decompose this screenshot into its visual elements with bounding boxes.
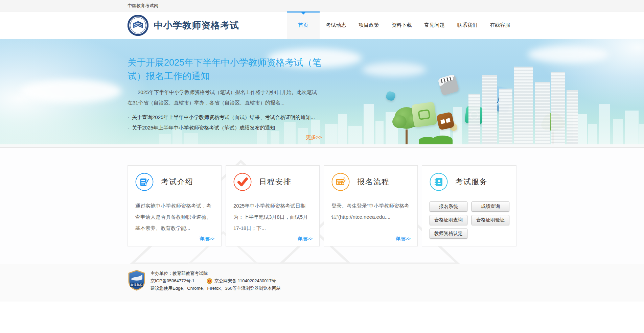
site-logo-icon[interactable] — [128, 15, 148, 36]
register-system-button[interactable]: 报名系统 — [430, 201, 467, 212]
banner-notice-title[interactable]: 关于开展2025年下半年中小学教师资格考试（笔试）报名工作的通知 — [128, 56, 322, 83]
cloud-shape — [20, 79, 122, 103]
banner-content: 关于开展2025年下半年中小学教师资格考试（笔试）报名工作的通知 2025年下半… — [128, 39, 322, 141]
banner-ground — [0, 144, 644, 147]
contact-book-icon — [430, 173, 448, 191]
nav-item-faq[interactable]: 常见问题 — [418, 11, 451, 39]
teacher-certification-button[interactable]: 教师资格认定 — [430, 229, 467, 239]
skyline-building — [625, 111, 639, 144]
detail-link[interactable]: 详细>> — [396, 236, 411, 242]
hero-banner: ♪ 关于开展2025年下半年中小学教师资格考试（笔试）报名工作的通知 2025年… — [0, 39, 644, 148]
police-badge-icon — [207, 278, 212, 284]
skyline-building — [588, 124, 597, 144]
banner-notice-summary: 2025年下半年中小学教师资格考试（笔试）报名工作将于7月4日开始。此次笔试在3… — [128, 87, 322, 108]
card-body-text: 2025年中小学教师资格考试日期为：上半年笔试3月8日，面试5月17-18日；下… — [233, 200, 312, 234]
city-building — [514, 67, 533, 144]
skyline-building — [364, 104, 374, 144]
city-building — [551, 72, 565, 144]
card-body-text: 通过实施中小学教师资格考试，考查申请人是否具备教师职业道德、基本素养、教育教学能… — [135, 200, 214, 234]
service-buttons: 报名系统 成绩查询 合格证明查询 合格证明验证 教师资格认定 — [430, 201, 509, 239]
nav-item-downloads[interactable]: 资料下载 — [385, 11, 418, 39]
card-title: 报名流程 — [357, 177, 390, 187]
card-registration-flow: 报名流程 登录。考生登录“中小学教师资格考试”(http://ntce.neea… — [324, 165, 418, 246]
cloud-shape — [362, 63, 426, 77]
certificate-query-button[interactable]: 合格证明查询 — [430, 215, 467, 225]
banner-news-list: 关于查询2025年上半年中小学教师资格考试（面试）结果、考试合格证明的通知...… — [128, 112, 322, 133]
card-divider — [135, 196, 214, 196]
card-title: 考试介绍 — [161, 177, 193, 187]
icp-record-link[interactable]: 京ICP备05064772号-1 — [151, 277, 194, 285]
detail-link[interactable]: 详细>> — [200, 236, 214, 242]
skyline-building — [613, 119, 623, 144]
news-item[interactable]: 关于查询2025年上半年中小学教师资格考试（面试）结果、考试合格证明的通知... — [128, 112, 322, 122]
card-divider — [430, 196, 509, 196]
main-nav: 首页 考试动态 项目政策 资料下载 常见问题 联系我们 在线客服 — [287, 11, 516, 39]
police-record-link[interactable]: 京公网安备 11040202430017号 — [214, 277, 276, 285]
footer-organizer: 主办单位：教育部教育考试院 — [151, 270, 281, 277]
nav-item-contact[interactable]: 联系我们 — [451, 11, 484, 39]
card-exam-services: 考试服务 报名系统 成绩查询 合格证明查询 合格证明验证 教师资格认定 — [422, 165, 516, 246]
nav-item-exam-news[interactable]: 考试动态 — [320, 11, 352, 39]
skyline-building — [338, 114, 347, 144]
city-building — [535, 82, 550, 144]
svg-text:事业单位: 事业单位 — [130, 283, 143, 287]
bush-graphic — [432, 136, 453, 144]
public-institution-badge: 事业单位 — [128, 270, 146, 291]
city-building — [482, 75, 497, 144]
speech-cube-graphic — [411, 102, 437, 128]
city-building — [468, 94, 480, 144]
card-body-text: 登录。考生登录“中小学教师资格考试”(http://ntce.neea.edu.… — [331, 200, 410, 222]
card-schedule: 日程安排 2025年中小学教师资格考试日期为：上半年笔试3月8日，面试5月17-… — [226, 165, 320, 246]
card-divider — [331, 196, 410, 196]
skyline-building — [599, 104, 610, 144]
news-item[interactable]: 关于2025年上半年中小学教师资格考试（笔试）成绩发布的通知 — [128, 122, 322, 133]
piano-cube-graphic — [438, 74, 459, 96]
topbar: 中国教育考试网 — [0, 0, 644, 11]
detail-link[interactable]: 详细>> — [298, 236, 313, 242]
skyline-building — [375, 121, 384, 144]
skyline-building — [325, 124, 338, 144]
footer-browser-tip: 建议您使用Edge、Chrome、Firefox、360等主流浏览器浏览本网站 — [151, 285, 281, 292]
calendar-cube-graphic — [436, 112, 455, 130]
card-divider — [233, 196, 312, 196]
city-building — [567, 90, 578, 144]
feature-cards: 考试介绍 通过实施中小学教师资格考试，考查申请人是否具备教师职业道德、基本素养、… — [128, 148, 516, 246]
topbar-site-link[interactable]: 中国教育考试网 — [128, 3, 158, 9]
more-link[interactable]: 更多>> — [128, 134, 322, 141]
nav-item-policy[interactable]: 项目政策 — [352, 11, 385, 39]
card-title: 日程安排 — [259, 177, 292, 187]
site-title: 中小学教师资格考试 — [154, 19, 239, 31]
skyline-building — [639, 124, 644, 144]
document-pencil-icon — [135, 173, 154, 191]
score-query-button[interactable]: 成绩查询 — [472, 201, 509, 212]
skyline-building — [348, 126, 362, 144]
city-building — [499, 89, 512, 144]
checkmark-icon — [233, 173, 252, 191]
cloud-shape — [528, 46, 609, 63]
header: 中小学教师资格考试 首页 考试动态 项目政策 资料下载 常见问题 联系我们 在线… — [0, 11, 644, 39]
main-section: 考试介绍 通过实施中小学教师资格考试，考查申请人是否具备教师职业道德、基本素养、… — [0, 148, 644, 264]
footer: 事业单位 主办单位：教育部教育考试院 京ICP备05064772号-1 京公网安… — [0, 264, 644, 302]
certificate-verify-button[interactable]: 合格证明验证 — [472, 215, 509, 225]
card-exam-intro: 考试介绍 通过实施中小学教师资格考试，考查申请人是否具备教师职业道德、基本素养、… — [128, 165, 222, 246]
small-blue-cube-graphic — [385, 91, 396, 102]
nav-item-online-service[interactable]: 在线客服 — [484, 11, 516, 39]
nav-item-home[interactable]: 首页 — [287, 11, 320, 39]
browser-pencil-icon — [331, 173, 350, 191]
card-title: 考试服务 — [455, 177, 488, 187]
